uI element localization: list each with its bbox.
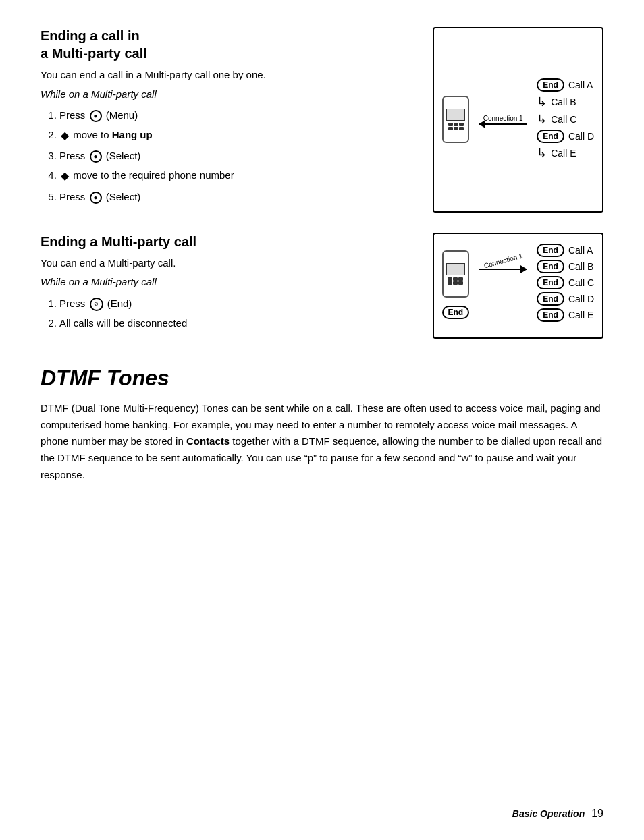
hang-up-label: Hang up	[112, 129, 153, 140]
key2	[453, 277, 458, 281]
section1: Ending a call in a Multi-party call You …	[41, 27, 603, 213]
nav-icon-2: ◆	[61, 167, 69, 186]
section1-title: Ending a call in a Multi-party call	[41, 27, 360, 62]
section2-diagram: End Connection 1 End Call A End Call B	[374, 233, 603, 339]
section2-title: Ending a Multi-party call	[41, 233, 360, 250]
key2	[448, 281, 452, 285]
end-btn2-e: End	[537, 308, 564, 322]
dtmf-section: DTMF Tones DTMF (Dual Tone Multi-Frequen…	[41, 366, 603, 484]
section1-text: Ending a call in a Multi-party call You …	[41, 27, 360, 213]
section1-intro: You can end a call in a Multi-party call…	[41, 67, 360, 83]
call-a-label: Call A	[568, 80, 593, 90]
arrow-right	[479, 269, 527, 270]
dtmf-body: DTMF (Dual Tone Multi-Frequency) Tones c…	[41, 400, 603, 484]
dtmf-title: DTMF Tones	[41, 366, 603, 391]
section1-while: While on a Multi-party call	[41, 87, 360, 103]
section1-steps: Press ● (Menu) ◆ move to Hang up Press ●…	[59, 106, 360, 206]
step-5: Press ● (Select)	[59, 188, 360, 206]
step2-1: Press ⊘ (End)	[59, 294, 360, 312]
phone-screen	[446, 109, 465, 121]
diagram1-box: Connection 1 End Call A ↳ Call B	[433, 27, 603, 213]
step2-2: All calls will be disconnected	[59, 314, 360, 332]
key2	[458, 281, 463, 285]
end-btn2-b: End	[537, 260, 564, 273]
menu-icon-2: ●	[90, 150, 102, 163]
page-footer: Basic Operation 19	[512, 808, 603, 820]
key	[448, 127, 453, 130]
curve-arrow-e: ↳	[537, 146, 547, 161]
call-item-b: ↳ Call B	[537, 94, 594, 109]
step-3: Press ● (Select)	[59, 146, 360, 165]
end-btn-d: End	[537, 130, 564, 143]
key	[454, 123, 458, 126]
end-btn2-c: End	[537, 276, 564, 289]
connection-label-1: Connection 1	[483, 115, 523, 122]
call2-b-label: Call B	[568, 261, 593, 272]
call2-e-label: Call E	[568, 310, 593, 320]
arrow-left	[479, 123, 527, 125]
calls-list-2: End Call A End Call B End Call C End Cal…	[537, 244, 594, 322]
footer-label: Basic Operation	[512, 808, 585, 819]
end-btn2-a: End	[537, 244, 564, 257]
calls-list-1: End Call A ↳ Call B ↳ Call C	[537, 78, 594, 161]
end-icon: ⊘	[90, 298, 103, 311]
step-1: Press ● (Menu)	[59, 106, 360, 124]
curve-arrow-c: ↳	[537, 112, 547, 127]
call-item-a: End Call A	[537, 78, 594, 92]
contacts-bold: Contacts	[186, 435, 230, 447]
call-item-e: ↳ Call E	[537, 146, 594, 161]
key2	[453, 281, 458, 285]
section2-while: While on a Multi-party call	[41, 275, 360, 290]
phone-icon-2	[442, 250, 469, 298]
phone-keys-2	[448, 277, 463, 285]
call-item-c: ↳ Call C	[537, 112, 594, 127]
section1-diagram: Connection 1 End Call A ↳ Call B	[374, 27, 603, 213]
end-btn-phone: End	[442, 306, 470, 319]
section2-steps: Press ⊘ (End) All calls will be disconne…	[59, 294, 360, 332]
call2-item-c: End Call C	[537, 276, 594, 289]
call2-item-d: End Call D	[537, 292, 594, 306]
nav-icon: ◆	[61, 126, 69, 146]
call2-item-e: End Call E	[537, 308, 594, 322]
call-b-label: Call B	[551, 96, 576, 107]
end-btn2-d: End	[537, 292, 564, 306]
key2	[458, 277, 463, 281]
call-e-label: Call E	[551, 148, 576, 159]
footer-page: 19	[591, 808, 603, 820]
key2	[448, 277, 452, 281]
call2-a-label: Call A	[568, 245, 593, 256]
arrow-area-2: Connection 1	[476, 257, 530, 270]
arrow-area-1: Connection 1	[476, 115, 530, 125]
call-item-d: End Call D	[537, 130, 594, 143]
menu-icon: ●	[90, 110, 102, 122]
section2: Ending a Multi-party call You can end a …	[41, 233, 603, 339]
curve-arrow-b: ↳	[537, 94, 547, 109]
step-4: ◆ move to the required phone number	[59, 166, 360, 186]
menu-icon-3: ●	[90, 192, 102, 204]
phone-screen-2	[446, 263, 465, 275]
key	[459, 123, 464, 126]
diagram2-phone-area: End	[442, 250, 470, 319]
step-2: ◆ move to Hang up	[59, 125, 360, 145]
call-c-label: Call C	[551, 114, 576, 125]
key	[448, 123, 453, 126]
end-btn-a: End	[537, 78, 564, 92]
call2-d-label: Call D	[568, 293, 594, 304]
diagram2-box: End Connection 1 End Call A End Call B	[433, 233, 603, 339]
section2-intro: You can end a Multi-party call.	[41, 256, 360, 271]
connection-label-2: Connection 1	[483, 252, 523, 269]
phone-keys	[448, 123, 464, 130]
phone-icon-1	[442, 96, 469, 143]
section2-text: Ending a Multi-party call You can end a …	[41, 233, 360, 339]
call2-item-a: End Call A	[537, 244, 594, 257]
key	[454, 127, 458, 130]
page: Ending a call in a Multi-party call You …	[0, 0, 644, 524]
key	[459, 127, 464, 130]
call2-c-label: Call C	[568, 277, 594, 288]
call-d-label: Call D	[568, 131, 594, 142]
call2-item-b: End Call B	[537, 260, 594, 273]
